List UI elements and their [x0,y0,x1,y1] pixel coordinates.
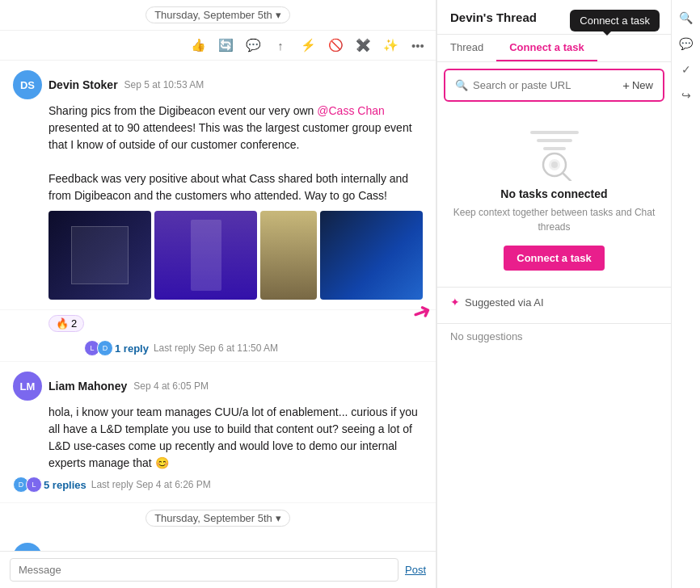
chat-icon[interactable]: 💬 [242,34,264,57]
msg-text-after: presented at to 90 attendees! This was t… [48,121,412,151]
event-image-1[interactable] [48,211,151,300]
panel-title: Devin's Thread [450,10,537,24]
event-image-2[interactable] [154,211,257,300]
plus-icon: + [622,78,630,92]
message-block-devin-1: DS Devin Stoker Sep 5 at 10:53 AM Sharin… [0,61,436,310]
no-tasks-desc: Keep context together between tasks and … [450,205,658,234]
suggested-section: ✦ Suggested via AI [437,287,671,323]
suggested-header: ✦ Suggested via AI [450,296,658,309]
liam-reply-time: Last reply Sep 4 at 6:26 PM [91,479,211,490]
msg-text-before: Sharing pics from the Digibeacon event o… [48,104,317,117]
svg-rect-1 [537,139,572,142]
search-icon: 🔍 [455,79,468,91]
reply-avatar-2: D [97,340,113,356]
no-tasks-title: No tasks connected [500,187,607,200]
liam-reply-avatars: D L [13,477,39,493]
message-time: Sep 5 at 10:53 AM [124,79,205,90]
msg-second-line: Feedback was very positive about what Ca… [48,172,408,202]
reply-count[interactable]: 1 reply [115,342,149,355]
suggested-label: Suggested via AI [465,296,544,309]
svg-line-5 [563,174,571,181]
avatar-devin: DS [13,70,42,99]
author-name-liam: Liam Mahoney [48,380,127,393]
mention-cass[interactable]: @Cass Chan [317,104,384,117]
share-icon[interactable]: ↑ [269,34,292,57]
liam-reply-avatar-2: L [26,477,42,493]
event-image-4[interactable] [320,211,423,300]
date-label: Thursday, September 5th [154,9,272,21]
search-icon-sidebar[interactable]: 🔍 [675,6,698,29]
message-block-devin-2: DS Devin Stoker Sep 5 at 10:53 AM 👍 🔄 💬 … [0,533,436,551]
arrow-icon-sidebar[interactable]: ↪ [675,84,698,107]
post-link[interactable]: Post [405,564,426,576]
image-row [48,211,423,300]
new-label: New [632,79,653,91]
tab-thread[interactable]: Thread [437,35,496,61]
svg-point-6 [551,162,558,168]
chat-icon-sidebar[interactable]: 💬 [675,32,698,55]
close-icon[interactable]: ✖️ [352,34,374,57]
message-input-bar: Post [0,551,436,588]
avatar-liam: LM [13,372,42,401]
emoji-reaction[interactable]: 🔥 2 [48,315,84,332]
reply-avatars: L D [84,340,110,356]
bottom-date-label: Thursday, September 5th [154,512,272,524]
bottom-date-bar: Thursday, September 5th ▾ [0,503,436,533]
connect-task-icon[interactable]: ⚡ [297,34,319,57]
new-task-button[interactable]: + New [622,78,653,92]
date-bar: Thursday, September 5th ▾ [0,0,436,31]
thumbsup-icon[interactable]: 👍 [187,34,209,57]
emoji-count: 2 [71,317,77,330]
avatar-devin-2: DS [13,543,42,551]
message-body: Sharing pics from the Digibeacon event o… [48,103,423,204]
date-selector[interactable]: Thursday, September 5th ▾ [145,6,290,23]
message-block-liam: LM Liam Mahoney Sep 4 at 6:05 PM hola, i… [0,362,436,503]
refresh-icon[interactable]: 🔄 [214,34,237,57]
reaction-block: 🔥 2 L D 1 reply Last reply Sep 6 at 11:5… [0,310,436,362]
search-input[interactable] [473,79,618,91]
event-image-3[interactable] [260,211,316,300]
no-suggestions: No suggestions [437,323,671,349]
bottom-chevron-icon: ▾ [276,512,281,524]
chevron-down-icon: ▾ [276,9,281,21]
sparkle-icon[interactable]: ✨ [379,34,402,57]
bottom-date-selector[interactable]: Thursday, September 5th ▾ [145,510,290,527]
connect-task-tooltip: Connect a task [570,10,660,32]
message-input[interactable] [10,558,398,582]
check-icon-sidebar[interactable]: ✓ [675,58,698,81]
task-search-bar[interactable]: 🔍 + New [444,69,664,102]
message-time-liam: Sep 4 at 6:05 PM [133,380,209,392]
replies-row[interactable]: L D 1 reply Last reply Sep 6 at 11:50 AM [84,340,423,356]
right-panel: Devin's Thread ✕ Thread Connect a task 🔍… [436,0,671,588]
liam-replies-row[interactable]: D L 5 replies Last reply Sep 4 at 6:26 P… [13,477,423,493]
panel-tabs: Thread Connect a task [437,35,671,62]
liam-reply-count[interactable]: 5 replies [44,479,86,491]
reply-time: Last reply Sep 6 at 11:50 AM [154,342,278,354]
author-name: Devin Stoker [48,78,118,91]
more-icon[interactable]: ••• [407,34,429,57]
svg-rect-0 [530,131,579,134]
svg-rect-2 [543,147,566,150]
messages-area: DS Devin Stoker Sep 5 at 10:53 AM Sharin… [0,61,436,551]
no-tasks-section: No tasks connected Keep context together… [437,108,671,287]
connect-task-button[interactable]: Connect a task [504,246,604,271]
block-icon[interactable]: 🚫 [324,34,347,57]
message-toolbar: 👍 🔄 💬 ↑ ⚡ 🚫 ✖️ ✨ ••• [0,31,436,61]
tab-connect-task[interactable]: Connect a task [496,35,597,61]
far-right-sidebar: 🔍 💬 ✓ ↪ [671,0,700,588]
fire-emoji: 🔥 [56,317,69,330]
ai-sparkle-icon: ✦ [450,296,460,309]
no-tasks-illustration [522,124,587,181]
liam-message-body: hola, i know your team manages CUU/a lot… [48,404,423,472]
